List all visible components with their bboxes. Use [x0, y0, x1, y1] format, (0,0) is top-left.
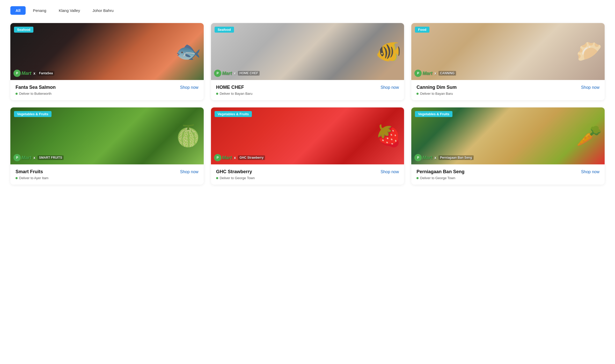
card-body-ban-seng: Perniagaan Ban Seng Shop now Deliver to … [411, 164, 605, 185]
shop-name-smart-fruits: Smart Fruits [16, 169, 43, 174]
delivery-info-smart-fruits: Deliver to Ayer Itam [16, 176, 199, 180]
shop-now-btn-canning-dim-sum[interactable]: Shop now [581, 85, 599, 90]
delivery-text-canning-dim-sum: Deliver to Bayan Baru [420, 92, 453, 96]
filter-bar: AllPenangKlang ValleyJohor Bahru [10, 6, 605, 15]
delivery-text-fanta-sea: Deliver to Butterworth [19, 92, 52, 96]
shop-grid: 🐟 Seafood P Mart x FantaSea Fanta Sea Sa… [10, 23, 605, 185]
pgeon-icon-fanta-sea: P [13, 70, 21, 77]
card-footer-ban-seng: Perniagaan Ban Seng Shop now [416, 169, 599, 174]
card-overlay-ghc-strawberry: P Mart x GHC Strawberry [214, 154, 265, 161]
shop-now-btn-smart-fruits[interactable]: Shop now [180, 170, 198, 174]
shop-name-ban-seng: Perniagaan Ban Seng [416, 169, 464, 174]
food-emoji-canning-dim-sum: 🥟 [576, 39, 602, 64]
shop-name-fanta-sea: Fanta Sea Salmon [16, 85, 56, 90]
card-image-home-chef: 🐠 Seafood P Mart x HOME CHEF [211, 23, 404, 80]
category-badge-ban-seng: Vegetables & Fruits [415, 111, 452, 117]
food-emoji-ban-seng: 🥕 [576, 124, 602, 148]
x-label-ghc-strawberry: x [234, 156, 236, 160]
shop-now-btn-home-chef[interactable]: Shop now [380, 85, 399, 90]
pgeon-brand-home-chef: P Mart [214, 70, 232, 77]
pgeon-icon-home-chef: P [214, 70, 221, 77]
shop-now-btn-ghc-strawberry[interactable]: Shop now [380, 170, 399, 174]
pgeon-brand-canning-dim-sum: P Mart [414, 70, 432, 77]
delivery-text-ban-seng: Deliver to George Town [420, 176, 455, 180]
shop-card-smart-fruits: 🍈 Vegetables & Fruits P Mart x SMART FRU… [10, 107, 204, 185]
card-image-canning-dim-sum: 🥟 Food P Mart x CANNING [411, 23, 605, 80]
pgeon-brand-fanta-sea: P Mart [13, 70, 31, 77]
category-badge-ghc-strawberry: Vegetables & Fruits [215, 111, 252, 117]
pgeon-icon-ban-seng: P [414, 154, 422, 161]
category-badge-fanta-sea: Seafood [14, 27, 33, 33]
food-emoji-ghc-strawberry: 🍓 [376, 124, 401, 148]
delivery-dot-ban-seng [416, 177, 419, 179]
shop-name-canning-dim-sum: Canning Dim Sum [416, 85, 457, 90]
delivery-dot-fanta-sea [16, 93, 18, 95]
delivery-dot-smart-fruits [16, 177, 18, 179]
delivery-info-ban-seng: Deliver to George Town [416, 176, 599, 180]
card-footer-ghc-strawberry: GHC Strawberry Shop now [216, 169, 399, 174]
card-body-ghc-strawberry: GHC Strawberry Shop now Deliver to Georg… [211, 164, 404, 185]
card-body-canning-dim-sum: Canning Dim Sum Shop now Deliver to Baya… [411, 80, 605, 100]
pgeon-text-ban-seng: Mart [422, 155, 432, 161]
shop-card-canning-dim-sum: 🥟 Food P Mart x CANNING Canning Dim Sum … [411, 23, 605, 100]
partner-name-fanta-sea: FantaSea [38, 71, 54, 76]
x-label-smart-fruits: x [33, 156, 35, 160]
card-overlay-ban-seng: P Mart x Perniagaan Ban Seng [414, 154, 473, 161]
shop-card-ghc-strawberry: 🍓 Vegetables & Fruits P Mart x GHC Straw… [211, 107, 404, 185]
partner-name-smart-fruits: SMART FRUITS [38, 155, 64, 160]
category-badge-home-chef: Seafood [215, 27, 234, 33]
pgeon-brand-smart-fruits: P Mart [13, 154, 31, 161]
delivery-info-home-chef: Deliver to Bayan Baru [216, 92, 399, 96]
partner-name-canning-dim-sum: CANNING [438, 71, 456, 76]
shop-now-btn-ban-seng[interactable]: Shop now [581, 170, 599, 174]
shop-now-btn-fanta-sea[interactable]: Shop now [180, 85, 198, 90]
delivery-dot-ghc-strawberry [216, 177, 218, 179]
card-footer-smart-fruits: Smart Fruits Shop now [16, 169, 199, 174]
partner-name-ban-seng: Perniagaan Ban Seng [438, 155, 473, 160]
pgeon-text-smart-fruits: Mart [21, 155, 31, 161]
shop-card-home-chef: 🐠 Seafood P Mart x HOME CHEF HOME CHEF S… [211, 23, 404, 100]
delivery-info-canning-dim-sum: Deliver to Bayan Baru [416, 92, 599, 96]
food-emoji-home-chef: 🐠 [376, 39, 401, 64]
x-label-home-chef: x [234, 71, 236, 75]
page-wrapper: AllPenangKlang ValleyJohor Bahru 🐟 Seafo… [0, 0, 615, 364]
card-body-home-chef: HOME CHEF Shop now Deliver to Bayan Baru [211, 80, 404, 100]
card-image-ban-seng: 🥕 Vegetables & Fruits P Mart x Perniagaa… [411, 107, 605, 164]
x-label-ban-seng: x [434, 156, 436, 160]
shop-name-home-chef: HOME CHEF [216, 85, 244, 90]
filter-btn-klang-valley[interactable]: Klang Valley [54, 6, 85, 15]
delivery-dot-canning-dim-sum [416, 93, 419, 95]
delivery-dot-home-chef [216, 93, 218, 95]
card-overlay-smart-fruits: P Mart x SMART FRUITS [13, 154, 64, 161]
category-badge-canning-dim-sum: Food [415, 27, 429, 33]
delivery-text-smart-fruits: Deliver to Ayer Itam [19, 176, 48, 180]
shop-card-ban-seng: 🥕 Vegetables & Fruits P Mart x Perniagaa… [411, 107, 605, 185]
card-image-ghc-strawberry: 🍓 Vegetables & Fruits P Mart x GHC Straw… [211, 107, 404, 164]
food-emoji-smart-fruits: 🍈 [175, 124, 201, 148]
delivery-info-ghc-strawberry: Deliver to George Town [216, 176, 399, 180]
card-overlay-fanta-sea: P Mart x FantaSea [13, 70, 54, 77]
card-body-smart-fruits: Smart Fruits Shop now Deliver to Ayer It… [10, 164, 204, 185]
pgeon-text-fanta-sea: Mart [21, 71, 31, 76]
card-image-fanta-sea: 🐟 Seafood P Mart x FantaSea [10, 23, 204, 80]
filter-btn-johor-bahru[interactable]: Johor Bahru [87, 6, 119, 15]
partner-name-home-chef: HOME CHEF [238, 71, 260, 76]
pgeon-text-home-chef: Mart [222, 71, 232, 76]
pgeon-icon-ghc-strawberry: P [214, 154, 221, 161]
filter-btn-all[interactable]: All [10, 6, 26, 15]
pgeon-text-ghc-strawberry: Mart [222, 155, 232, 161]
shop-name-ghc-strawberry: GHC Strawberry [216, 169, 252, 174]
delivery-text-home-chef: Deliver to Bayan Baru [220, 92, 252, 96]
pgeon-text-canning-dim-sum: Mart [422, 71, 432, 76]
category-badge-smart-fruits: Vegetables & Fruits [14, 111, 52, 117]
card-footer-canning-dim-sum: Canning Dim Sum Shop now [416, 85, 599, 90]
card-footer-fanta-sea: Fanta Sea Salmon Shop now [16, 85, 199, 90]
filter-btn-penang[interactable]: Penang [28, 6, 52, 15]
partner-name-ghc-strawberry: GHC Strawberry [238, 155, 265, 160]
pgeon-icon-canning-dim-sum: P [414, 70, 422, 77]
x-label-fanta-sea: x [33, 71, 35, 75]
shop-card-fanta-sea: 🐟 Seafood P Mart x FantaSea Fanta Sea Sa… [10, 23, 204, 100]
pgeon-icon-smart-fruits: P [13, 154, 21, 161]
card-image-smart-fruits: 🍈 Vegetables & Fruits P Mart x SMART FRU… [10, 107, 204, 164]
delivery-text-ghc-strawberry: Deliver to George Town [220, 176, 255, 180]
